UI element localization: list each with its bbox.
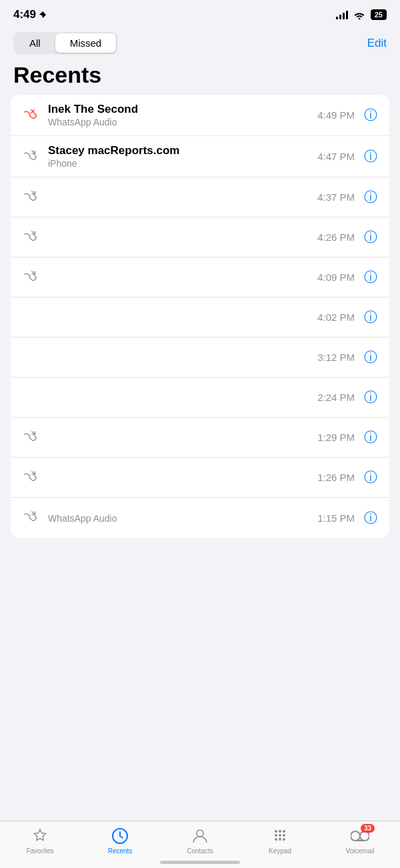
svg-point-10 bbox=[275, 838, 277, 841]
tab-favorites[interactable]: Favorites bbox=[20, 827, 60, 855]
call-time: 4:09 PM bbox=[317, 272, 355, 283]
svg-point-8 bbox=[279, 834, 281, 837]
tab-voicemail[interactable]: 33 Voicemail bbox=[340, 827, 380, 855]
call-info-button[interactable]: ⓘ bbox=[361, 428, 380, 447]
call-type-icon bbox=[20, 430, 41, 445]
call-info-button[interactable]: ⓘ bbox=[361, 508, 380, 527]
call-item[interactable]: 3:12 PMⓘ bbox=[11, 338, 389, 378]
svg-point-7 bbox=[275, 834, 277, 837]
call-subtype: iPhone bbox=[48, 158, 317, 169]
tab-contacts[interactable]: Contacts bbox=[180, 827, 220, 855]
call-time: 4:47 PM bbox=[317, 151, 355, 162]
location-icon bbox=[39, 11, 47, 19]
call-time: 4:02 PM bbox=[317, 312, 355, 323]
call-type-icon bbox=[20, 230, 41, 245]
svg-line-2 bbox=[120, 836, 123, 838]
call-time: 1:26 PM bbox=[317, 472, 355, 483]
svg-point-11 bbox=[279, 838, 281, 841]
status-bar: 4:49 25 bbox=[0, 0, 400, 27]
call-type-icon bbox=[20, 470, 41, 485]
call-time: 4:49 PM bbox=[317, 109, 355, 121]
call-info-button[interactable]: ⓘ bbox=[361, 268, 380, 287]
tab-recents[interactable]: Recents bbox=[100, 827, 140, 855]
recents-icon bbox=[111, 827, 129, 845]
call-item[interactable]: Stacey macReports.comiPhone4:47 PMⓘ bbox=[11, 136, 389, 177]
voicemail-icon: 33 bbox=[351, 827, 369, 845]
segment-control: All Missed bbox=[13, 32, 117, 54]
svg-point-4 bbox=[275, 830, 277, 833]
call-type-icon bbox=[20, 270, 41, 285]
call-info-button[interactable]: ⓘ bbox=[361, 388, 380, 407]
svg-point-13 bbox=[351, 831, 360, 841]
call-item[interactable]: 1:26 PMⓘ bbox=[11, 458, 389, 498]
call-list: Inek The SecondWhatsApp Audio4:49 PMⓘ St… bbox=[11, 95, 389, 538]
call-info-button[interactable]: ⓘ bbox=[361, 106, 380, 125]
call-item[interactable]: Inek The SecondWhatsApp Audio4:49 PMⓘ bbox=[11, 95, 389, 136]
segment-missed[interactable]: Missed bbox=[55, 33, 117, 53]
call-time: 3:12 PM bbox=[317, 352, 355, 363]
call-info-button[interactable]: ⓘ bbox=[361, 308, 380, 327]
call-type-icon bbox=[20, 108, 41, 123]
call-item[interactable]: 2:24 PMⓘ bbox=[11, 378, 389, 418]
call-item[interactable]: 4:37 PMⓘ bbox=[11, 177, 389, 218]
favorites-label: Favorites bbox=[26, 847, 53, 855]
call-info-button[interactable]: ⓘ bbox=[361, 147, 380, 166]
favorites-icon bbox=[31, 827, 49, 845]
call-info-button[interactable]: ⓘ bbox=[361, 468, 380, 487]
page-title: Recents bbox=[13, 62, 387, 88]
call-info-button[interactable]: ⓘ bbox=[361, 348, 380, 367]
call-time: 4:37 PM bbox=[317, 191, 355, 203]
call-item[interactable]: 4:26 PMⓘ bbox=[11, 218, 389, 258]
contacts-icon bbox=[191, 827, 209, 845]
call-item[interactable]: 4:02 PMⓘ bbox=[11, 298, 389, 338]
home-indicator bbox=[160, 861, 240, 864]
call-subtype: WhatsApp Audio bbox=[48, 117, 317, 127]
status-time: 4:49 bbox=[13, 8, 47, 21]
time-text: 4:49 bbox=[13, 8, 36, 21]
recents-label: Recents bbox=[108, 847, 133, 855]
svg-point-14 bbox=[360, 831, 369, 841]
svg-point-3 bbox=[197, 830, 203, 837]
call-time: 1:29 PM bbox=[317, 432, 355, 443]
keypad-icon bbox=[271, 827, 289, 845]
call-info-button[interactable]: ⓘ bbox=[361, 228, 380, 247]
segment-all[interactable]: All bbox=[15, 33, 55, 53]
call-item[interactable]: WhatsApp Audio1:15 PMⓘ bbox=[11, 498, 389, 538]
call-type-icon bbox=[20, 190, 41, 205]
call-item[interactable]: 4:09 PMⓘ bbox=[11, 258, 389, 298]
svg-point-9 bbox=[283, 834, 285, 837]
signal-icon bbox=[336, 10, 348, 19]
call-name: Inek The Second bbox=[48, 103, 317, 116]
edit-button[interactable]: Edit bbox=[367, 37, 387, 50]
call-time: 2:24 PM bbox=[317, 392, 355, 403]
status-right: 25 bbox=[336, 9, 387, 20]
voicemail-label: Voicemail bbox=[346, 847, 375, 855]
call-name: Stacey macReports.com bbox=[48, 144, 317, 157]
call-time: 1:15 PM bbox=[317, 512, 355, 524]
voicemail-badge: 33 bbox=[361, 824, 375, 833]
keypad-label: Keypad bbox=[269, 847, 291, 855]
wifi-icon bbox=[353, 10, 365, 19]
page-title-section: Recents bbox=[0, 59, 400, 95]
call-time: 4:26 PM bbox=[317, 232, 355, 243]
call-type-icon bbox=[20, 149, 41, 164]
call-type-icon bbox=[20, 510, 41, 525]
call-item[interactable]: 1:29 PMⓘ bbox=[11, 418, 389, 458]
battery-icon: 25 bbox=[371, 9, 387, 20]
battery-level: 25 bbox=[375, 11, 383, 19]
svg-point-5 bbox=[279, 830, 281, 833]
call-subtype: WhatsApp Audio bbox=[48, 513, 317, 524]
svg-point-6 bbox=[283, 830, 285, 833]
call-info-button[interactable]: ⓘ bbox=[361, 188, 380, 207]
contacts-label: Contacts bbox=[187, 847, 213, 855]
segment-row: All Missed Edit bbox=[0, 27, 400, 59]
tab-keypad[interactable]: Keypad bbox=[260, 827, 300, 855]
svg-point-12 bbox=[283, 838, 285, 841]
